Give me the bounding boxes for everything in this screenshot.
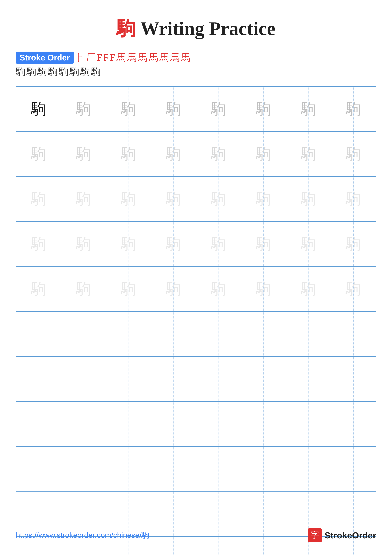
grid-cell-r3c1[interactable]: 駒: [16, 176, 61, 221]
grid-cell-r6c8[interactable]: [331, 312, 376, 357]
grid-cell-r9c8[interactable]: [331, 446, 376, 491]
grid-cell-r9c5[interactable]: [196, 446, 241, 491]
footer-brand-icon: 字: [308, 528, 322, 542]
grid-cell-r1c7[interactable]: 駒: [286, 87, 331, 131]
grid-cell-r6c2[interactable]: [61, 312, 106, 357]
char-r1c8: 駒: [346, 102, 361, 117]
grid-cell-r8c7[interactable]: [286, 402, 331, 446]
grid-cell-r5c4[interactable]: 駒: [151, 267, 196, 312]
grid-cell-r5c3[interactable]: 駒: [106, 267, 151, 312]
grid-cell-r4c2[interactable]: 駒: [61, 221, 106, 266]
char-r1c3: 駒: [121, 102, 136, 117]
footer-brand-text: StrokeOrder: [324, 530, 376, 540]
grid-cell-r4c4[interactable]: 駒: [151, 221, 196, 266]
char-r1c1: 駒: [31, 102, 46, 117]
grid-cell-r5c8[interactable]: 駒: [331, 267, 376, 312]
stroke-char-19: 駒: [80, 66, 90, 78]
stroke-char-15: 駒: [37, 66, 47, 78]
practice-grid: 駒 駒 駒 駒 駒 駒 駒 駒 駒 駒 駒 駒 駒 駒 駒 駒 駒 駒 駒 駒 …: [16, 86, 376, 555]
stroke-char-5: F: [110, 52, 115, 63]
grid-cell-r3c2[interactable]: 駒: [61, 176, 106, 221]
grid-cell-r7c6[interactable]: [241, 357, 286, 401]
grid-cell-r2c2[interactable]: 駒: [61, 131, 106, 176]
char-r2c1: 駒: [31, 146, 46, 161]
stroke-char-10: 馬: [159, 51, 169, 64]
grid-cell-r3c6[interactable]: 駒: [241, 176, 286, 221]
grid-cell-r3c7[interactable]: 駒: [286, 176, 331, 221]
char-r5c6: 駒: [256, 281, 271, 297]
grid-cell-r4c1[interactable]: 駒: [16, 221, 61, 266]
grid-cell-r6c7[interactable]: [286, 312, 331, 357]
char-r1c2: 駒: [76, 102, 91, 117]
grid-cell-r8c4[interactable]: [151, 402, 196, 446]
grid-cell-r2c8[interactable]: 駒: [331, 131, 376, 176]
grid-cell-r5c2[interactable]: 駒: [61, 267, 106, 312]
grid-cell-r3c8[interactable]: 駒: [331, 176, 376, 221]
grid-cell-r4c3[interactable]: 駒: [106, 221, 151, 266]
stroke-chars-row1: ⺊ 厂 F F F 馬 馬 馬 馬 馬 馬 馬: [75, 51, 190, 64]
grid-cell-r4c5[interactable]: 駒: [196, 221, 241, 266]
char-r2c6: 駒: [256, 146, 271, 161]
grid-cell-r5c7[interactable]: 駒: [286, 267, 331, 312]
grid-cell-r9c4[interactable]: [151, 446, 196, 491]
grid-cell-r2c7[interactable]: 駒: [286, 131, 331, 176]
grid-cell-r1c3[interactable]: 駒: [106, 87, 151, 131]
grid-cell-r7c7[interactable]: [286, 357, 331, 401]
grid-cell-r6c3[interactable]: [106, 312, 151, 357]
char-r2c3: 駒: [121, 146, 136, 161]
grid-cell-r6c6[interactable]: [241, 312, 286, 357]
char-r1c7: 駒: [301, 102, 316, 117]
grid-cell-r1c6[interactable]: 駒: [241, 87, 286, 131]
grid-cell-r3c3[interactable]: 駒: [106, 176, 151, 221]
title-chinese-char: 駒: [117, 18, 135, 39]
grid-cell-r7c2[interactable]: [61, 357, 106, 401]
grid-cell-r4c6[interactable]: 駒: [241, 221, 286, 266]
grid-cell-r7c8[interactable]: [331, 357, 376, 401]
grid-cell-r9c7[interactable]: [286, 446, 331, 491]
grid-cell-r7c3[interactable]: [106, 357, 151, 401]
grid-cell-r2c5[interactable]: 駒: [196, 131, 241, 176]
stroke-char-7: 馬: [127, 51, 137, 64]
char-r5c2: 駒: [76, 281, 91, 297]
grid-cell-r5c5[interactable]: 駒: [196, 267, 241, 312]
grid-cell-r4c8[interactable]: 駒: [331, 221, 376, 266]
grid-cell-r4c7[interactable]: 駒: [286, 221, 331, 266]
grid-cell-r5c6[interactable]: 駒: [241, 267, 286, 312]
grid-cell-r1c2[interactable]: 駒: [61, 87, 106, 131]
stroke-char-20: 駒: [91, 66, 100, 78]
grid-cell-r2c3[interactable]: 駒: [106, 131, 151, 176]
grid-cell-r1c4[interactable]: 駒: [151, 87, 196, 131]
char-r2c7: 駒: [301, 146, 316, 161]
grid-cell-r6c5[interactable]: [196, 312, 241, 357]
grid-cell-r8c3[interactable]: [106, 402, 151, 446]
grid-cell-r1c5[interactable]: 駒: [196, 87, 241, 131]
grid-cell-r8c6[interactable]: [241, 402, 286, 446]
grid-cell-r9c3[interactable]: [106, 446, 151, 491]
char-r5c3: 駒: [121, 281, 136, 297]
stroke-char-9: 馬: [149, 51, 158, 64]
grid-cell-r2c4[interactable]: 駒: [151, 131, 196, 176]
grid-cell-r3c5[interactable]: 駒: [196, 176, 241, 221]
grid-cell-r2c6[interactable]: 駒: [241, 131, 286, 176]
grid-cell-r6c4[interactable]: [151, 312, 196, 357]
grid-cell-r9c2[interactable]: [61, 446, 106, 491]
footer-url[interactable]: https://www.strokeorder.com/chinese/駒: [16, 530, 149, 540]
stroke-char-4: F: [103, 52, 108, 63]
grid-cell-r7c4[interactable]: [151, 357, 196, 401]
grid-cell-r1c1[interactable]: 駒: [16, 87, 61, 131]
grid-cell-r8c1[interactable]: [16, 402, 61, 446]
grid-cell-r8c5[interactable]: [196, 402, 241, 446]
grid-cell-r8c8[interactable]: [331, 402, 376, 446]
grid-cell-r2c1[interactable]: 駒: [16, 131, 61, 176]
grid-cell-r1c8[interactable]: 駒: [331, 87, 376, 131]
grid-cell-r7c5[interactable]: [196, 357, 241, 401]
grid-cell-r5c1[interactable]: 駒: [16, 267, 61, 312]
stroke-char-12: 馬: [181, 51, 190, 64]
grid-cell-r7c1[interactable]: [16, 357, 61, 401]
grid-cell-r3c4[interactable]: 駒: [151, 176, 196, 221]
grid-cell-r9c6[interactable]: [241, 446, 286, 491]
grid-cell-r8c2[interactable]: [61, 402, 106, 446]
char-r1c5: 駒: [211, 102, 226, 117]
grid-cell-r6c1[interactable]: [16, 312, 61, 357]
grid-cell-r9c1[interactable]: [16, 446, 61, 491]
